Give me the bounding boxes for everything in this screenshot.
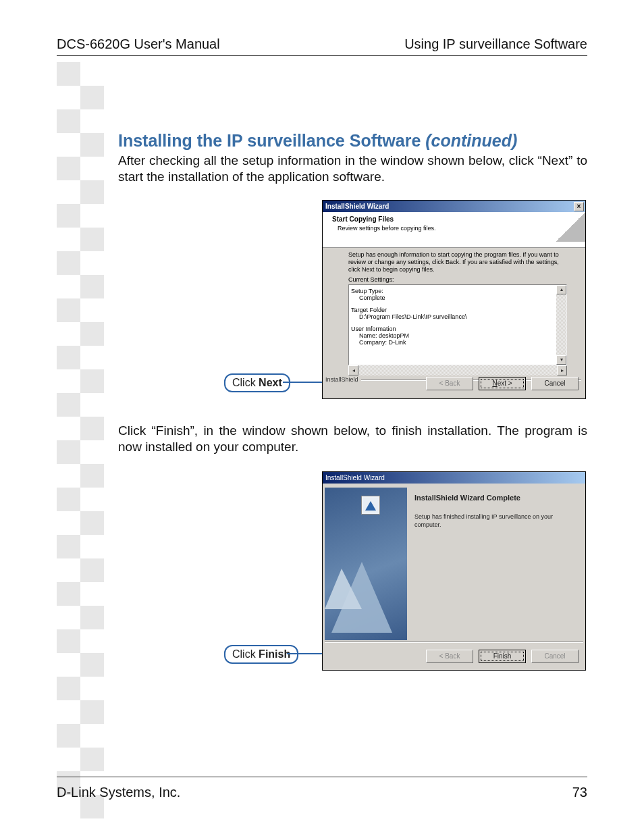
callout-bold: Finish <box>259 648 290 660</box>
current-settings-label: Current Settings: <box>348 276 394 283</box>
decor-square <box>80 653 104 677</box>
window-titlebar: InstallShield Wizard × <box>323 201 585 212</box>
header-rule <box>57 55 587 56</box>
decor-square <box>57 724 80 748</box>
target-folder-label: Target Folder <box>351 307 564 313</box>
page-number: 73 <box>572 785 587 800</box>
footer-left: D-Link Systems, Inc. <box>57 785 180 800</box>
section-heading-main: Installing the IP surveillance Software <box>118 131 425 150</box>
installshield-wizard-step: InstallShield Wizard × Start Copying Fil… <box>322 200 586 399</box>
setup-type-value: Complete <box>351 294 564 301</box>
wizard-complete-text: Setup has finished installing IP surveil… <box>414 513 577 529</box>
installshield-wizard-complete: InstallShield Wizard InstallShield Wizar… <box>322 471 586 671</box>
user-info-company: Company: D-Link <box>351 339 564 346</box>
setup-type-label: Setup Type: <box>351 288 564 294</box>
header-left: DCS-6620G User's Manual <box>57 36 220 52</box>
decor-square <box>57 346 80 369</box>
scroll-down-icon[interactable]: ▾ <box>556 355 566 365</box>
manual-page: DCS-6620G User's Manual Using IP surveil… <box>0 0 644 834</box>
wizard-step-title: Start Copying Files <box>332 215 394 223</box>
section-heading: Installing the IP surveillance Software … <box>118 131 517 151</box>
decor-square <box>57 109 80 133</box>
wizard-complete-heading: InstallShield Wizard Complete <box>414 494 520 502</box>
intro-paragraph-2: Click “Finish”, in the window shown belo… <box>118 423 587 455</box>
window-title: InstallShield Wizard <box>325 474 385 481</box>
installer-logo-icon <box>361 496 380 515</box>
decor-square <box>80 133 104 157</box>
user-info-name: Name: desktopPM <box>351 332 564 339</box>
decor-square <box>57 62 80 86</box>
page-curl-icon <box>556 212 585 242</box>
wizard-button-row: < Back Finish Cancel <box>426 650 579 663</box>
decor-square <box>80 700 104 724</box>
cancel-button[interactable]: Cancel <box>531 377 579 390</box>
back-button: < Back <box>426 650 473 663</box>
scroll-left-icon[interactable]: ◂ <box>348 365 358 375</box>
decor-square <box>80 228 104 251</box>
decor-square <box>57 535 80 558</box>
wizard-header: Start Copying Files Review settings befo… <box>323 212 585 248</box>
callout-click-next: Click Next <box>224 373 290 392</box>
horizontal-scrollbar[interactable]: ◂ ▸ <box>348 365 567 375</box>
decor-square <box>80 558 104 582</box>
current-settings-textbox[interactable]: Setup Type: Complete Target Folder D:\Pr… <box>348 284 567 365</box>
decor-square <box>57 251 80 275</box>
decor-square <box>80 748 104 771</box>
decor-square <box>57 157 80 180</box>
decorative-squares <box>57 62 104 818</box>
next-button[interactable]: Next > <box>479 377 526 390</box>
close-icon[interactable]: × <box>574 202 584 211</box>
decor-square <box>80 369 104 393</box>
section-heading-continued: (continued) <box>425 131 517 150</box>
decor-square <box>57 298 80 322</box>
next-button-rest: ext > <box>498 380 512 387</box>
decor-square <box>80 606 104 629</box>
decor-square <box>57 677 80 700</box>
decor-square <box>80 275 104 298</box>
finish-button[interactable]: Finish <box>479 650 526 663</box>
decor-square <box>57 204 80 228</box>
callout-bold: Next <box>259 377 282 388</box>
window-title: InstallShield Wizard <box>325 203 389 210</box>
decor-square <box>80 86 104 109</box>
decor-square <box>80 511 104 535</box>
wizard-side-graphic <box>325 488 407 640</box>
target-folder-value: D:\Program Files\D-Link\IP surveillance\ <box>351 313 564 320</box>
decor-square <box>57 488 80 511</box>
decor-square <box>57 393 80 417</box>
wizard-step-subtitle: Review settings before copying files. <box>338 225 436 232</box>
decor-square <box>80 322 104 346</box>
header-right: Using IP surveillance Software <box>404 36 587 52</box>
group-label: InstallShield <box>325 376 361 383</box>
decor-square <box>57 440 80 464</box>
separator <box>325 642 583 643</box>
decor-square <box>80 417 104 440</box>
footer-rule <box>57 777 587 777</box>
vertical-scrollbar[interactable]: ▴ ▾ <box>556 285 566 365</box>
callout-text: Click <box>232 648 259 660</box>
callout-click-finish: Click Finish <box>224 645 298 664</box>
decor-square <box>80 180 104 204</box>
decor-square <box>57 582 80 606</box>
cancel-button: Cancel <box>531 650 579 663</box>
user-info-label: User Information <box>351 325 564 332</box>
scroll-up-icon[interactable]: ▴ <box>556 285 566 294</box>
wizard-instructions: Setup has enough information to start co… <box>348 251 569 273</box>
intro-paragraph-1: After checking all the setup information… <box>118 153 587 185</box>
callout-text: Click <box>232 377 259 388</box>
window-titlebar: InstallShield Wizard <box>323 472 585 484</box>
scroll-right-icon[interactable]: ▸ <box>557 365 567 375</box>
decor-square <box>57 629 80 653</box>
back-button[interactable]: < Back <box>426 377 473 390</box>
wizard-button-row: < Back Next > Cancel <box>426 377 579 390</box>
decor-square <box>80 464 104 488</box>
